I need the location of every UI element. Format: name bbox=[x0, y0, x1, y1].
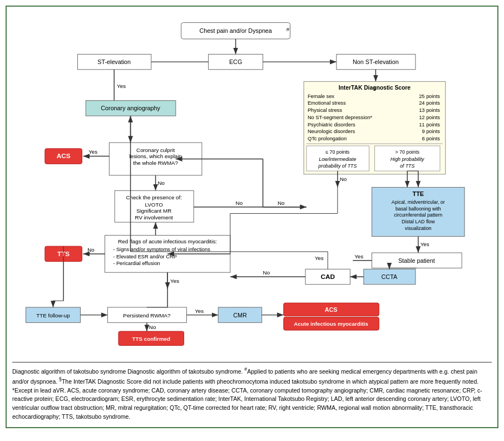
svg-text:the whole RWMA?: the whole RWMA? bbox=[133, 160, 178, 166]
svg-text:CMR: CMR bbox=[233, 312, 247, 318]
svg-text:Female sex: Female sex bbox=[308, 94, 334, 99]
svg-text:No: No bbox=[149, 324, 156, 330]
svg-text:LVOTO: LVOTO bbox=[145, 202, 164, 208]
svg-text:Red flags of acute infectious : Red flags of acute infectious myocarditi… bbox=[118, 238, 217, 244]
svg-text:12 points: 12 points bbox=[419, 115, 440, 120]
diagram-area: Chest pain and/or Dyspnea # ECG ST-eleva… bbox=[12, 12, 492, 357]
svg-text:Physical stress: Physical stress bbox=[308, 107, 342, 113]
svg-text:visualization: visualization bbox=[405, 226, 432, 231]
svg-text:11 points: 11 points bbox=[419, 122, 440, 128]
svg-text:Yes: Yes bbox=[195, 308, 204, 314]
svg-text:No: No bbox=[158, 180, 165, 186]
svg-text:CCTA: CCTA bbox=[382, 273, 398, 280]
figure-label: Diagnostic algorithm of takotsubo syndro… bbox=[12, 368, 126, 375]
svg-text:TTE follow-up: TTE follow-up bbox=[36, 312, 70, 318]
svg-text:ECG: ECG bbox=[229, 58, 242, 65]
svg-text:No: No bbox=[236, 200, 243, 206]
svg-text:≤ 70 points: ≤ 70 points bbox=[325, 149, 350, 155]
svg-text:Neurologic disorders: Neurologic disorders bbox=[308, 129, 355, 134]
svg-text:Distal LAD flow: Distal LAD flow bbox=[402, 219, 435, 224]
svg-text:6 points: 6 points bbox=[422, 136, 440, 141]
svg-text:TTE: TTE bbox=[413, 190, 424, 197]
svg-text:ACS: ACS bbox=[57, 152, 71, 159]
svg-text:Apical, midventricular, or: Apical, midventricular, or bbox=[392, 199, 445, 205]
svg-text:- Pericardial effusion: - Pericardial effusion bbox=[113, 261, 160, 266]
main-container: Chest pain and/or Dyspnea # ECG ST-eleva… bbox=[6, 6, 498, 428]
svg-text:Chest pain and/or Dyspnea: Chest pain and/or Dyspnea bbox=[199, 27, 271, 34]
svg-text:No: No bbox=[87, 247, 95, 253]
svg-text:lesions, which explain: lesions, which explain bbox=[129, 153, 182, 159]
svg-text:Psychiatric disorders: Psychiatric disorders bbox=[308, 122, 355, 128]
svg-text:Stable patient: Stable patient bbox=[398, 257, 435, 264]
svg-text:13 points: 13 points bbox=[419, 107, 440, 113]
svg-text:High probability: High probability bbox=[391, 156, 424, 162]
flowchart-svg: Chest pain and/or Dyspnea # ECG ST-eleva… bbox=[12, 12, 492, 357]
caption-area: Diagnostic algorithm of takotsubo syndro… bbox=[12, 362, 492, 422]
svg-text:9 points: 9 points bbox=[422, 129, 440, 134]
svg-text:Yes: Yes bbox=[421, 241, 429, 247]
svg-text:probability of TTS: probability of TTS bbox=[318, 163, 357, 169]
svg-text:ACS: ACS bbox=[325, 306, 338, 313]
svg-text:#: # bbox=[286, 26, 290, 32]
svg-text:Non ST-elevation: Non ST-elevation bbox=[353, 58, 399, 65]
svg-text:- Elevated ESR and/or CRP: - Elevated ESR and/or CRP bbox=[113, 254, 177, 259]
svg-text:Yes: Yes bbox=[170, 278, 179, 284]
svg-text:Significant MR: Significant MR bbox=[136, 208, 171, 214]
svg-text:Emotional stress: Emotional stress bbox=[308, 100, 346, 106]
svg-text:Check the presence of:: Check the presence of: bbox=[126, 194, 182, 200]
svg-text:circumferential pattern: circumferential pattern bbox=[394, 212, 442, 218]
svg-text:Low/intermediate: Low/intermediate bbox=[319, 156, 356, 162]
svg-text:§: § bbox=[373, 86, 375, 91]
svg-text:No: No bbox=[278, 200, 285, 206]
svg-text:No ST-segment depression*: No ST-segment depression* bbox=[308, 115, 373, 120]
svg-text:Persistend RWMA?: Persistend RWMA? bbox=[123, 312, 171, 318]
svg-text:RV involvement: RV involvement bbox=[135, 214, 174, 220]
svg-text:Yes: Yes bbox=[354, 253, 363, 259]
svg-text:TTS confirmed: TTS confirmed bbox=[132, 336, 170, 342]
svg-text:basal ballooning with: basal ballooning with bbox=[396, 206, 441, 212]
svg-text:Yes: Yes bbox=[117, 83, 126, 89]
svg-text:No: No bbox=[263, 270, 270, 276]
svg-text:25 points: 25 points bbox=[419, 94, 440, 99]
svg-text:Coronary culprit: Coronary culprit bbox=[136, 147, 175, 153]
svg-text:> 70 points: > 70 points bbox=[396, 149, 420, 155]
svg-text:ST-elevation: ST-elevation bbox=[97, 58, 131, 65]
svg-text:of TTS: of TTS bbox=[400, 163, 415, 169]
svg-text:24 points: 24 points bbox=[419, 100, 440, 106]
figure-desc: Diagnostic algorithm of takotsubo syndro… bbox=[127, 368, 244, 375]
svg-text:Yes: Yes bbox=[315, 255, 324, 261]
svg-text:Yes: Yes bbox=[88, 149, 97, 155]
svg-text:No: No bbox=[340, 176, 347, 182]
footnote-dollar: The InterTAK Diagnostic Score did not in… bbox=[12, 378, 482, 420]
svg-text:QTc prolongation: QTc prolongation bbox=[308, 136, 347, 141]
svg-text:CAD: CAD bbox=[320, 273, 334, 280]
svg-text:Acute infectious myocarditis: Acute infectious myocarditis bbox=[294, 321, 368, 327]
svg-text:Coronary angiography: Coronary angiography bbox=[101, 105, 160, 111]
